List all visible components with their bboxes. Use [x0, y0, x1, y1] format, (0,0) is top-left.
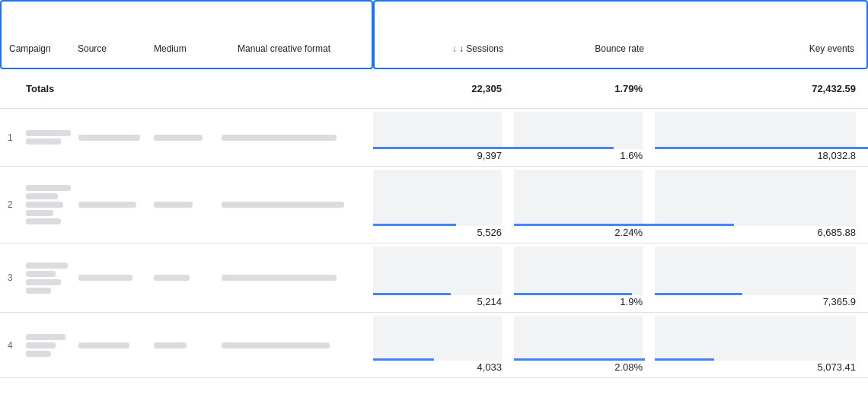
totals-keyevents: 72,432.59 [655, 83, 868, 94]
blur-line [26, 130, 71, 136]
sessions-bar-1 [373, 147, 514, 149]
blur-line [26, 271, 56, 277]
blur-line [26, 202, 63, 208]
blur-line [26, 218, 61, 224]
sessions-value-2: 5,526 [477, 227, 502, 238]
bounce-value-3: 1.9% [620, 296, 643, 307]
totals-sessions: 22,305 [373, 83, 514, 94]
blur-line [26, 185, 71, 191]
left-row-3: 3 [0, 243, 373, 312]
totals-label: Totals [26, 83, 54, 94]
blur-line [222, 275, 337, 281]
keyevents-cell-2: 6,685.88 [655, 167, 868, 243]
right-row-2: 5,526 2.24% 6,685.88 [373, 167, 868, 243]
blur-line [26, 193, 58, 199]
medium-header[interactable]: Medium [146, 37, 230, 60]
blur-line [154, 135, 203, 141]
blur-line [78, 135, 140, 141]
blur-line [222, 135, 337, 141]
keyevents-value-2: 6,685.88 [817, 227, 856, 238]
manual-header[interactable]: Manual creative format [230, 37, 372, 60]
keyevents-value-1: 18,032.8 [817, 150, 856, 161]
bounce-value-4: 2.08% [614, 361, 643, 373]
left-header: Campaign Source Medium Manual creative f… [0, 0, 373, 69]
left-row-4: 4 [0, 313, 373, 377]
row-num-3: 3 [8, 272, 23, 283]
table-row: 2 [0, 167, 868, 243]
bounce-cell-1: 1.6% [514, 109, 655, 166]
sessions-value-1: 9,397 [477, 150, 502, 161]
table-row: 1 [0, 109, 868, 167]
left-row-2: 2 [0, 167, 373, 243]
totals-left: Totals [0, 69, 373, 108]
blur-line [26, 262, 68, 269]
bounce-value-2: 2.24% [614, 227, 643, 238]
sessions-cell-4: 4,033 [373, 313, 514, 377]
keyevents-bar-bg-1 [655, 112, 856, 149]
right-header: ↓ ↓ Sessions Bounce rate Key events [373, 0, 868, 69]
row-num-4: 4 [8, 340, 23, 351]
sessions-header[interactable]: ↓ ↓ Sessions [375, 37, 515, 60]
campaign-header[interactable]: Campaign [2, 37, 70, 60]
totals-row: Totals 22,305 1.79% 72,432.59 [0, 69, 868, 109]
keyevents-value-3: 7,365.9 [823, 296, 856, 307]
bounce-value-1: 1.6% [620, 150, 643, 161]
keyevents-cell-4: 5,073.41 [655, 313, 868, 377]
right-row-4: 4,033 2.08% 5,073.41 [373, 313, 868, 377]
blur-line [26, 138, 61, 145]
blur-line [26, 334, 65, 340]
keyevents-bar-1 [655, 147, 868, 149]
table-row: 4 [0, 313, 868, 378]
blur-line [154, 342, 187, 348]
header-area: Campaign Source Medium Manual creative f… [0, 0, 868, 69]
blur-line [26, 210, 53, 216]
blur-line [26, 288, 51, 294]
sort-down-icon: ↓ [452, 43, 457, 54]
keyevents-cell-1: 18,032.8 [655, 109, 868, 166]
blur-line [26, 342, 56, 348]
blur-line [78, 202, 136, 208]
right-row-3: 5,214 1.9% 7,365.9 [373, 243, 868, 312]
sessions-cell-3: 5,214 [373, 243, 514, 312]
blur-line [154, 202, 193, 208]
right-row-1: 9,397 1.6% 18,032.8 [373, 109, 868, 166]
blur-line [78, 275, 132, 281]
bounce-bar-1 [514, 147, 614, 149]
sessions-cell-2: 5,526 [373, 167, 514, 243]
sessions-value-4: 4,033 [477, 361, 502, 373]
bounce-cell-4: 2.08% [514, 313, 655, 377]
sessions-value-3: 5,214 [477, 296, 502, 307]
row-num-2: 2 [8, 199, 23, 210]
source-header[interactable]: Source [70, 37, 146, 60]
table-row: 3 [0, 243, 868, 313]
blur-line [154, 275, 190, 281]
bounce-cell-3: 1.9% [514, 243, 655, 312]
keyevents-value-4: 5,073.41 [817, 361, 856, 373]
sessions-cell-1: 9,397 [373, 109, 514, 166]
blur-line [222, 202, 344, 208]
blur-line [222, 342, 330, 348]
blur-line [26, 279, 61, 285]
totals-bounce: 1.79% [514, 83, 655, 94]
row-num-1: 1 [8, 132, 23, 143]
keyevents-header[interactable]: Key events [656, 37, 866, 60]
left-row-1: 1 [0, 109, 373, 166]
blur-line [78, 342, 129, 348]
sessions-bar-bg-1 [373, 112, 502, 149]
blur-line [26, 351, 51, 357]
keyevents-cell-3: 7,365.9 [655, 243, 868, 312]
analytics-table: Campaign Source Medium Manual creative f… [0, 0, 868, 420]
totals-right: 22,305 1.79% 72,432.59 [373, 69, 868, 108]
bounce-header[interactable]: Bounce rate [515, 37, 656, 60]
bounce-bar-bg-1 [514, 112, 643, 149]
bounce-cell-2: 2.24% [514, 167, 655, 243]
